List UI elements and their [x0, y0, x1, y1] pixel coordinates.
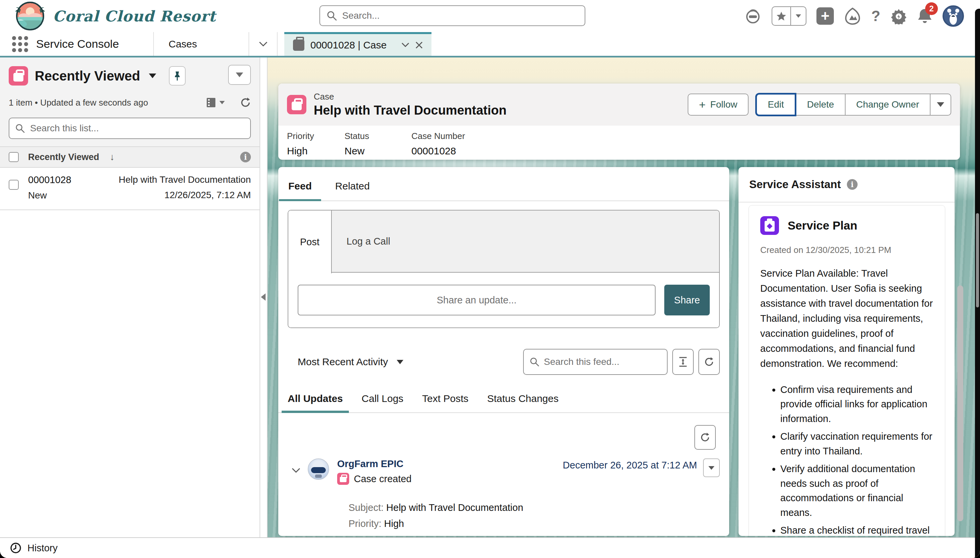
einstein-icon[interactable] [744, 7, 762, 25]
favorites-dropdown-icon[interactable] [791, 7, 806, 25]
cases-tab-dropdown[interactable] [249, 32, 278, 56]
row-datetime: 12/26/2025, 7:12 AM [108, 190, 251, 200]
global-search-input[interactable] [342, 10, 578, 21]
refresh-feed-button[interactable] [698, 349, 720, 375]
close-icon[interactable] [415, 41, 423, 49]
brand: Coral Cloud Resort [0, 2, 216, 30]
window-scrollbar-track[interactable] [975, 9, 980, 558]
sort-desc-icon[interactable]: ↓ [110, 152, 115, 162]
collapse-posts-icon [679, 356, 687, 367]
filter-all-updates[interactable]: All Updates [288, 393, 343, 412]
filter-call-logs[interactable]: Call Logs [362, 393, 404, 412]
feed-filter-tabs: All Updates Call Logs Text Posts Status … [278, 393, 729, 413]
utility-bar: History [0, 537, 980, 558]
feed-item-menu-button[interactable] [703, 458, 720, 477]
display-as-button[interactable] [206, 97, 225, 108]
feed-search[interactable] [523, 349, 668, 375]
select-all-checkbox[interactable] [9, 152, 19, 162]
list-search-input[interactable] [30, 123, 244, 134]
help-icon[interactable]: ? [871, 8, 880, 25]
list-view-select-icon[interactable] [149, 74, 156, 78]
change-owner-button[interactable]: Change Owner [845, 94, 930, 116]
service-assistant-scroll-area[interactable]: Service Plan Created on 12/30/2025, 10:2… [738, 203, 955, 536]
refresh-list-button[interactable] [240, 97, 251, 108]
list-column-header[interactable]: Recently Viewed ↓ i [0, 146, 260, 168]
window-scrollbar-thumb[interactable] [976, 213, 979, 307]
refresh-icon [704, 356, 714, 367]
service-plan-recommendations: Confirm visa requirements and provide of… [760, 382, 934, 536]
nav-tab-cases[interactable]: Cases [154, 32, 249, 56]
favorites-star-icon[interactable] [772, 7, 790, 25]
list-view-controls-button[interactable] [228, 65, 251, 85]
list-view-title[interactable]: Recently Viewed [35, 69, 140, 84]
history-utility-button[interactable]: History [28, 543, 58, 554]
follow-button[interactable]: + Follow [688, 94, 749, 116]
refresh-icon [700, 432, 710, 443]
feed-field-value: High [384, 518, 404, 529]
refresh-feed-list-button[interactable] [694, 425, 716, 450]
search-icon [530, 357, 539, 366]
column-header-label[interactable]: Recently Viewed [28, 152, 99, 162]
tab-feed[interactable]: Feed [288, 181, 312, 200]
case-highlights-card: Case Help with Travel Documentation + Fo… [278, 84, 960, 160]
case-title: Help with Travel Documentation [314, 103, 506, 118]
field-label: Case Number [412, 131, 465, 141]
edit-button[interactable]: Edit [756, 94, 796, 116]
notification-bell-icon[interactable]: 2 [917, 8, 932, 25]
app-launcher-area[interactable]: Service Console [0, 32, 154, 56]
row-case-number[interactable]: 00001028 [28, 174, 98, 185]
info-icon[interactable]: i [847, 179, 858, 190]
user-avatar[interactable] [942, 5, 964, 27]
info-icon[interactable]: i [240, 152, 251, 162]
feed-search-input[interactable] [544, 356, 661, 367]
add-icon[interactable]: + [817, 7, 834, 25]
service-plan-created: Created on 12/30/2025, 10:21 PM [760, 245, 934, 255]
author-avatar[interactable] [308, 458, 329, 480]
list-view-sidebar: Recently Viewed 1 item • Updated a few s… [0, 57, 260, 537]
row-checkbox[interactable] [9, 180, 19, 190]
panel-scrollbar[interactable] [957, 286, 963, 521]
sidebar-divider[interactable] [260, 57, 268, 537]
list-search[interactable] [9, 118, 251, 139]
pin-list-button[interactable] [169, 66, 186, 85]
workspace-tab-case[interactable]: 00001028 | Case [284, 32, 432, 56]
field-value: 00001028 [412, 145, 465, 157]
filter-text-posts[interactable]: Text Posts [422, 393, 468, 412]
collapse-posts-button[interactable] [672, 349, 694, 375]
collapse-sidebar-icon[interactable] [261, 293, 265, 301]
collapse-feed-item-icon[interactable] [292, 468, 300, 473]
case-object-icon [287, 95, 306, 114]
feed-author-link[interactable]: OrgFarm EPIC [337, 458, 412, 469]
recommendation-item: Confirm visa requirements and provide of… [780, 382, 934, 426]
trailhead-icon[interactable] [844, 7, 861, 25]
setup-gear-icon[interactable] [890, 8, 907, 25]
publisher-tab-log-a-call[interactable]: Log a Call [332, 210, 390, 272]
case-action-buttons: + Follow Edit Delete Change Owner [688, 94, 951, 116]
case-icon [337, 473, 349, 485]
share-button[interactable]: Share [664, 285, 710, 315]
global-search[interactable] [320, 5, 585, 26]
console-navbar: Service Console Cases 00001028 | Case [0, 32, 980, 57]
row-subject[interactable]: Help with Travel Documentation [108, 174, 251, 185]
filter-status-changes[interactable]: Status Changes [488, 393, 558, 412]
feed-sort-dropdown[interactable]: Most Recent Activity [298, 356, 404, 368]
delete-button[interactable]: Delete [796, 94, 845, 116]
publisher-tab-post[interactable]: Post [288, 210, 332, 273]
chevron-down-icon[interactable] [401, 43, 409, 48]
case-icon [293, 39, 305, 51]
service-assistant-panel: Service Assistant i Service Plan Created… [738, 167, 955, 536]
app-launcher-waffle-icon[interactable] [12, 36, 28, 52]
entity-label: Case [314, 92, 506, 102]
feed-timestamp-link[interactable]: December 26, 2025 at 7:12 AM [563, 460, 697, 471]
field-label: Priority [287, 131, 344, 141]
chevron-down-icon [397, 360, 404, 364]
tab-related[interactable]: Related [334, 181, 370, 200]
more-actions-button[interactable] [930, 94, 951, 116]
app-name: Service Console [36, 38, 119, 51]
list-item-case-row[interactable]: 00001028 New Help with Travel Documentat… [0, 168, 260, 210]
header-icons: + ? 2 [744, 0, 964, 32]
favorites-split-button[interactable] [772, 7, 806, 26]
share-update-input[interactable] [298, 285, 656, 315]
recommendation-item: Clarify vaccination requirements for ent… [780, 429, 934, 458]
case-workspace: Case Help with Travel Documentation + Fo… [268, 57, 980, 537]
